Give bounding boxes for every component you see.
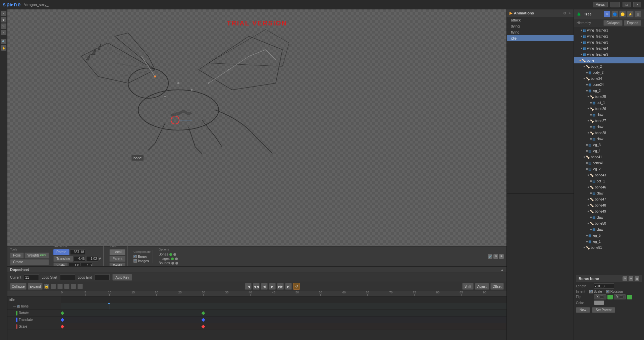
tree-item-leg3[interactable]: ■ ▤ leg_3 [574,142,644,148]
bones-dot2[interactable] [173,253,176,256]
tree-item-bone24-slot[interactable]: ■ ▤ bone24 [574,81,644,88]
loop-start-input[interactable] [60,274,75,280]
translate-y-input[interactable] [86,256,98,262]
bone-edit-icon[interactable]: ✏ [629,276,633,281]
tree-item-wing1[interactable]: ● ▤ wing_feather1 [574,27,644,33]
adjust-button[interactable]: Adjust [475,283,489,290]
tree-item-bone25[interactable]: ● 🦴 bone25 [574,94,644,100]
lock-icon[interactable]: 🔒 [44,284,49,289]
tree-item-bone49[interactable]: ● 🦴 bone49 [574,208,644,214]
tree-item-claw5[interactable]: ■ ▤ claw [574,214,644,220]
keyframe-rotate-0[interactable] [61,311,64,315]
auto-key-button[interactable]: Auto Key [112,274,132,281]
tree-item-claw4[interactable]: ■ ▤ claw [574,190,644,196]
tree-item-bone47[interactable]: ● 🦴 bone47 [574,196,644,202]
local-button[interactable]: Local [109,249,125,255]
color-swatch[interactable] [594,300,604,305]
paste-icon[interactable] [77,284,83,289]
prev-frame-button[interactable]: ◀ [261,283,268,290]
anim-item-flying[interactable]: flying [507,29,574,35]
tree-item-bone50[interactable]: ● 🦴 bone50 [574,220,644,226]
tree-item-claw6[interactable]: ■ ▤ claw [574,226,644,232]
keyframe-scale-0[interactable] [61,325,64,328]
minimize-button[interactable]: — [610,2,620,7]
tree-item-wing4[interactable]: ● ▤ wing_feather4 [574,45,644,51]
shift-button[interactable]: Shift [462,283,474,290]
expand-button[interactable]: Expand [28,283,43,290]
set-parent-button[interactable]: Set Parent [592,307,615,313]
tree-item-leg1[interactable]: ■ ▤ leg_1 [574,148,644,154]
scale-tool[interactable]: ⤡ [1,30,6,35]
tree-btn-2[interactable]: 🔵 [611,11,618,17]
tree-item-bone[interactable]: ● 🦴 bone [574,57,644,63]
tree-expand-button[interactable]: Expand [624,20,641,26]
tree-item-leg1b[interactable]: ■ ▤ leg_1 [574,238,644,244]
bounds-dot1[interactable] [171,262,174,265]
tree-item-bone48[interactable]: ● 🦴 bone48 [574,202,644,208]
anim-item-attack[interactable]: attack [507,17,574,23]
flip-y-button[interactable]: Y [614,294,626,299]
tree-btn-5[interactable]: ☰ [635,11,641,17]
scale-inherit-checkbox[interactable] [589,290,593,293]
tree-btn-3[interactable]: 🟡 [619,11,626,17]
rotation-inherit-checkbox[interactable] [606,290,609,293]
bounds-dot2[interactable] [175,262,178,265]
collapse-button[interactable]: Collapse [10,283,26,290]
bones-checkbox[interactable] [133,255,137,258]
play-button[interactable]: ▶ [269,283,276,290]
eye-icon[interactable]: 👁 [499,254,504,259]
anim-settings-icon[interactable]: ⚙ [563,11,567,15]
skip-back-button[interactable]: |◀ [245,283,252,290]
tree-item-bone41-slot[interactable]: ■ ▤ bone41 [574,160,644,166]
length-input[interactable] [594,283,614,289]
close-button[interactable]: × [633,2,641,7]
tree-item-leg2[interactable]: ■ ▤ leg_2 [574,88,644,94]
tree-item-bone24[interactable]: ● 🦴 bone24 [574,75,644,81]
tree-item-bone43[interactable]: ● 🦴 bone43 [574,172,644,178]
offset-button[interactable]: Offset [490,283,504,290]
link-icon[interactable]: 🔗 [488,254,492,259]
current-input[interactable] [24,274,39,280]
tree-item-bone51[interactable]: ● 🦴 bone51 [574,244,644,250]
anim-item-dying[interactable]: dying [507,23,574,29]
tree-btn-1[interactable]: 👁 [604,11,610,17]
rotate-tool[interactable]: ↻ [1,23,6,29]
loop-button[interactable]: ↺ [293,283,300,290]
tree-item-leg5[interactable]: ■ ▤ leg_5 [574,232,644,238]
next-frame-button[interactable]: ▶▶ [277,283,284,290]
select-tool[interactable]: ↖ [1,11,6,16]
tree-item-leg2b[interactable]: ■ ▤ leg_2 [574,166,644,172]
copy-icon[interactable] [71,284,76,289]
tree-item-wing3[interactable]: ● ▤ wing_feather3 [574,39,644,45]
cut-icon[interactable] [64,284,69,289]
bone-delete-icon[interactable]: 🗑 [635,276,639,281]
skip-forward-button[interactable]: ▶| [285,283,292,290]
tree-item-claw1[interactable]: ■ ▤ claw [574,112,644,118]
rotate-input[interactable] [70,249,85,255]
pose-button[interactable]: Pose [10,252,24,259]
images-checkbox[interactable] [133,259,137,263]
translate-x-input[interactable] [74,256,86,262]
redo-icon[interactable] [57,284,63,289]
translate-button[interactable]: Translate [53,256,73,262]
keyframe-scale-40[interactable] [201,325,205,328]
tree-item-claw3[interactable]: ■ ▤ claw [574,136,644,142]
tree-item-bone41[interactable]: ● 🦴 bone41 [574,154,644,160]
tree-item-bone28[interactable]: ● 🦴 bone28 [574,130,644,136]
zoom-tool[interactable]: 🔍 [1,39,6,44]
tree-item-bone46[interactable]: ● 🦴 bone46 [574,184,644,190]
rotate-button[interactable]: Rotate [53,249,69,255]
bone-visible-checkbox[interactable] [17,305,20,308]
create-button[interactable]: Create [10,259,49,265]
settings-icon[interactable]: ⚙ [493,254,498,259]
tree-item-body2-bone[interactable]: ● 🦴 body_2 [574,63,644,69]
views-button[interactable]: Views [593,2,608,7]
maximize-button[interactable]: □ [623,2,631,7]
tree-item-bone27[interactable]: ● 🦴 bone27 [574,118,644,124]
images-dot2[interactable] [175,258,178,260]
images-dot1[interactable] [171,258,174,260]
weights-button[interactable]: Weights PRO [24,252,49,259]
flip-icon[interactable]: ⇄ [99,257,101,261]
parent-button[interactable]: Parent [109,256,125,262]
tree-item-wing9[interactable]: ● ▤ wing_feather9 [574,51,644,57]
